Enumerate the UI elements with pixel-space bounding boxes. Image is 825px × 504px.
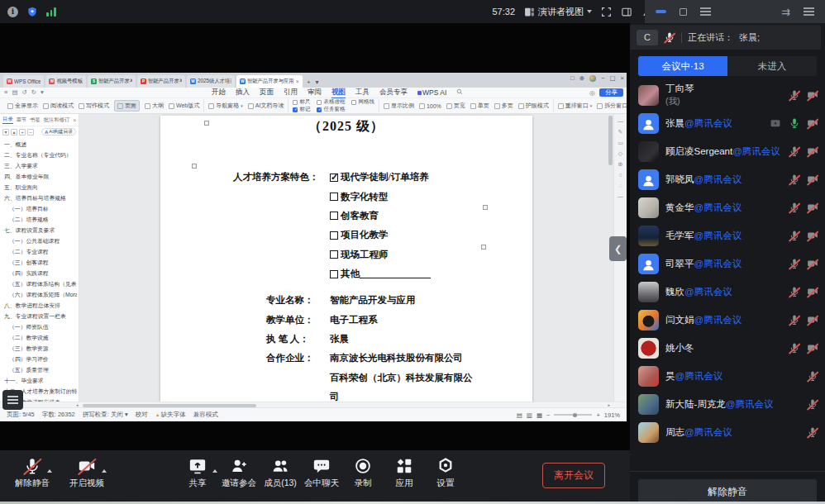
- close-tab-icon[interactable]: ×: [296, 78, 299, 84]
- outline-item[interactable]: 二、专业名称（专业代码）: [4, 150, 77, 160]
- tab-list-caret-icon[interactable]: ▾: [316, 79, 319, 86]
- options-caret-icon[interactable]: [47, 469, 52, 473]
- participant-row[interactable]: 昊@腾讯会议: [638, 362, 818, 390]
- ribbon-全屏显示[interactable]: 全屏显示: [7, 102, 38, 110]
- ribbon-check-表格虚框[interactable]: 表格虚框: [317, 98, 345, 106]
- outline-item[interactable]: （一）公共基础课程: [4, 235, 77, 246]
- outline-view-icon[interactable]: ▥: [527, 411, 532, 419]
- wps-menu-视图[interactable]: 视图: [331, 88, 346, 98]
- document-page[interactable]: （2025 级） 人才培养方案特色： 现代学徒制/订单培养数字化转型创客教育项目…: [160, 116, 532, 402]
- zoom-level[interactable]: 191%: [604, 411, 620, 419]
- wps-menu-会员专享[interactable]: 会员专享: [379, 88, 408, 97]
- panel-tab-会议中·13[interactable]: 会议中·13: [638, 56, 727, 76]
- file-menu-icon[interactable]: ≡: [4, 89, 7, 96]
- participant-row[interactable]: 黄金华@腾讯会议: [638, 193, 818, 221]
- add-icon[interactable]: ⊕: [579, 74, 584, 82]
- network-signal-icon[interactable]: [46, 7, 56, 17]
- leave-meeting-button[interactable]: 离开会议: [542, 463, 605, 488]
- undo-icon[interactable]: ↺: [21, 89, 26, 96]
- wps-menu-审阅[interactable]: 审阅: [308, 88, 322, 97]
- outline-collapse-marker[interactable]: [204, 121, 209, 126]
- ribbon-页宽[interactable]: 页宽: [446, 102, 465, 110]
- outline-item[interactable]: （四）实践课程: [4, 268, 77, 278]
- ribbon-写作模式[interactable]: 写作模式: [79, 102, 109, 110]
- outline-item[interactable]: 十一、毕业要求: [4, 375, 77, 386]
- toolbar-settings-button[interactable]: 设置: [425, 457, 466, 489]
- fullscreen-icon[interactable]: [601, 7, 612, 17]
- wps-file-tab[interactable]: WWPS Office: [3, 75, 44, 88]
- participant-row[interactable]: 周志@腾讯会议: [638, 418, 818, 446]
- minimize-icon[interactable]: [656, 10, 666, 13]
- wps-file-tab[interactable]: W2025级人才培养方案论证表(最终版*: [187, 75, 235, 88]
- wps-menu-WPS AI[interactable]: WPS AI: [417, 88, 446, 97]
- horizontal-scrollbar[interactable]: ◂ ▸: [0, 402, 627, 407]
- status-页面[interactable]: 页面: 5/45: [7, 411, 35, 419]
- collapse-icon[interactable]: —: [618, 118, 623, 124]
- outline-item[interactable]: （一）培养目标: [4, 203, 77, 214]
- wps-file-tab[interactable]: W智能产品开发与应用专业人..×: [236, 75, 303, 88]
- outline-item[interactable]: 六、培养目标与培养规格: [4, 193, 77, 203]
- outline-item[interactable]: 一、概述: [4, 139, 77, 150]
- outline-item[interactable]: （二）教学设施: [4, 332, 77, 343]
- outline-collapse-marker[interactable]: [481, 245, 486, 250]
- status-校对[interactable]: 校对: [136, 411, 148, 419]
- shield-icon[interactable]: [26, 6, 38, 18]
- ribbon-阅读模式[interactable]: 阅读模式: [43, 102, 74, 110]
- ribbon-大纲[interactable]: 大纲: [145, 102, 164, 110]
- ai-build-toc-button[interactable]: AAI构建目录: [41, 128, 76, 136]
- zoom-in-icon[interactable]: +: [596, 411, 599, 419]
- zoom-slider-knob[interactable]: [573, 413, 577, 417]
- wps-file-tab[interactable]: W视频号模板: [45, 75, 85, 88]
- outline-item[interactable]: （二）培养规格: [4, 214, 77, 225]
- maximize-window-icon[interactable]: ▢: [610, 74, 616, 82]
- participant-row[interactable]: 魏欣@腾讯会议: [638, 278, 818, 306]
- wps-menu-开始[interactable]: 开始: [212, 88, 226, 97]
- participant-row[interactable]: 丁向琴(我): [638, 81, 818, 109]
- maximize-icon[interactable]: [680, 8, 687, 16]
- stamp-icon[interactable]: ⊕: [618, 161, 623, 167]
- nav-tab-目录[interactable]: 目录: [2, 116, 13, 124]
- nav-tab-书签[interactable]: 书签: [30, 116, 41, 124]
- ribbon-导航窗格[interactable]: 导航窗格▾: [208, 102, 243, 110]
- unmute-button[interactable]: 解除静音: [638, 479, 817, 504]
- wps-menu-工具[interactable]: 工具: [355, 88, 370, 97]
- status-字数[interactable]: 字数: 26352: [42, 411, 75, 419]
- participant-row[interactable]: 姚小冬: [638, 334, 818, 362]
- wps-menu-引用[interactable]: 引用: [284, 88, 298, 97]
- ribbon-check-标记[interactable]: 标记: [293, 106, 310, 113]
- scroll-right-icon[interactable]: ▸: [608, 402, 610, 408]
- expand-all-icon[interactable]: ▴: [11, 129, 17, 136]
- ribbon-check-标尺[interactable]: 标尺: [293, 98, 310, 106]
- options-caret-icon[interactable]: [212, 469, 217, 473]
- nav-tab-章节[interactable]: 章节: [17, 116, 27, 124]
- page-view-icon[interactable]: ▤: [517, 411, 522, 419]
- panel-tab-未进入[interactable]: 未进入: [727, 56, 817, 76]
- collapse-all-icon[interactable]: ▾: [2, 129, 9, 136]
- wps-menu-页面[interactable]: 页面: [260, 88, 274, 97]
- toolbar-unmute-button[interactable]: 解除静音: [12, 457, 53, 489]
- close-window-icon[interactable]: ×: [621, 74, 624, 82]
- ribbon-AI文档导读[interactable]: AI文档导读: [248, 102, 284, 110]
- options-caret-icon[interactable]: [102, 469, 107, 473]
- wps-file-tab[interactable]: S智能产品开发与应用专业人才培养*: [88, 75, 136, 88]
- outline-item[interactable]: （五）质量管理: [4, 364, 77, 375]
- redo-icon[interactable]: ↻: [31, 89, 36, 96]
- shape-icon[interactable]: ▭: [618, 140, 623, 145]
- more-menu-icon[interactable]: [804, 7, 814, 16]
- eye-icon[interactable]: ◎: [589, 89, 595, 97]
- participant-row[interactable]: 新大陆-周克龙@腾讯会议: [638, 390, 818, 418]
- minimize-window-icon[interactable]: −: [601, 74, 604, 82]
- search-input[interactable]: C: [637, 30, 658, 45]
- ribbon-check-网格线[interactable]: 网格线: [351, 98, 374, 106]
- ribbon-check-任务窗格[interactable]: 任务窗格: [317, 106, 345, 113]
- scroll-left-icon[interactable]: ◂: [76, 402, 79, 408]
- wps-menu-插入[interactable]: 插入: [236, 88, 250, 97]
- outline-item[interactable]: 九、专业课程设置一栏表: [4, 311, 77, 321]
- ribbon-拆分窗口[interactable]: 拆分窗口▾: [597, 102, 627, 110]
- outline-collapse-marker[interactable]: [483, 205, 488, 210]
- info-icon[interactable]: i: [7, 7, 18, 17]
- ribbon-页面[interactable]: 页面: [114, 100, 140, 112]
- mute-all-mic-icon[interactable]: [664, 31, 675, 43]
- search-icon[interactable]: [456, 88, 463, 97]
- outline-item[interactable]: 三、入学要求: [4, 160, 77, 171]
